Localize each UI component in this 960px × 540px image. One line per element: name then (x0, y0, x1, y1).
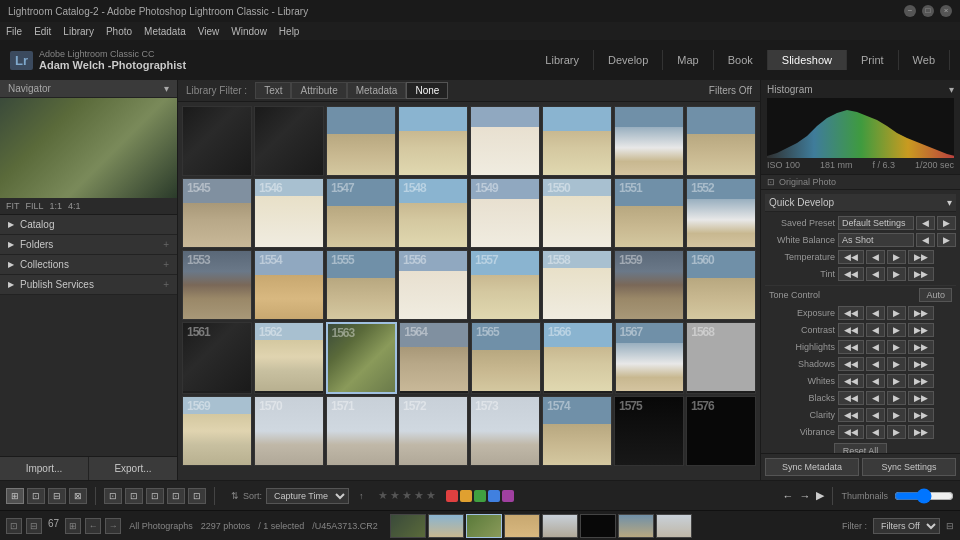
extra-icon-2[interactable]: ⊡ (125, 488, 143, 504)
contrast-dec[interactable]: ◀ (866, 323, 885, 337)
blacks-inc[interactable]: ▶ (887, 391, 906, 405)
catalog-header[interactable]: ▶ Catalog (0, 215, 177, 235)
saved-preset-select[interactable]: Default Settings (838, 216, 914, 230)
shadows-inc-large[interactable]: ▶▶ (908, 357, 934, 371)
film-thumb[interactable] (656, 514, 692, 538)
sort-select[interactable]: Capture Time (266, 488, 349, 504)
temp-dec-large[interactable]: ◀◀ (838, 250, 864, 264)
module-map[interactable]: Map (663, 50, 713, 70)
sync-metadata-button[interactable]: Sync Metadata (765, 458, 859, 476)
grid-view-icon[interactable]: ⊞ (6, 488, 24, 504)
sort-arrow-icon[interactable]: ⇅ (231, 491, 239, 501)
thumb-cell[interactable]: 1551 (614, 178, 684, 248)
vibrance-inc-large[interactable]: ▶▶ (908, 425, 934, 439)
nav-fwd-icon[interactable]: → (105, 518, 121, 534)
grid-status-icon[interactable]: ⊞ (65, 518, 81, 534)
thumb-cell[interactable]: 1565 (471, 322, 541, 394)
thumb-cell[interactable]: 1567 (615, 322, 685, 394)
blacks-inc-large[interactable]: ▶▶ (908, 391, 934, 405)
thumb-cell[interactable]: 1568 (686, 322, 756, 394)
filter-options-icon[interactable]: ⊟ (946, 521, 954, 531)
extra-icon-3[interactable]: ⊡ (146, 488, 164, 504)
close-btn[interactable]: × (940, 5, 952, 17)
extra-icon-4[interactable]: ⊡ (167, 488, 185, 504)
tint-inc[interactable]: ▶ (887, 267, 906, 281)
exposure-dec-large[interactable]: ◀◀ (838, 306, 864, 320)
thumb-cell[interactable]: 1547 (326, 178, 396, 248)
navigator-header[interactable]: Navigator ▾ (0, 80, 177, 98)
thumb-cell[interactable]: 1549 (470, 178, 540, 248)
star-2[interactable]: ★ (390, 489, 400, 502)
thumb-cell[interactable]: 1552 (686, 178, 756, 248)
vibrance-dec-large[interactable]: ◀◀ (838, 425, 864, 439)
whites-dec[interactable]: ◀ (866, 374, 885, 388)
white-balance-select[interactable]: As Shot (838, 233, 914, 247)
clarity-dec-large[interactable]: ◀◀ (838, 408, 864, 422)
exposure-inc[interactable]: ▶ (887, 306, 906, 320)
thumb-cell[interactable]: 1555 (326, 250, 396, 320)
temp-inc-large[interactable]: ▶▶ (908, 250, 934, 264)
tone-auto-button[interactable]: Auto (919, 288, 952, 302)
whites-dec-large[interactable]: ◀◀ (838, 374, 864, 388)
thumb-cell[interactable] (686, 106, 756, 176)
thumb-cell[interactable]: 1546 (254, 178, 324, 248)
activity-icon[interactable]: ⊡ (6, 518, 22, 534)
thumb-cell[interactable] (542, 106, 612, 176)
clarity-inc-large[interactable]: ▶▶ (908, 408, 934, 422)
thumb-cell[interactable]: 1573 (470, 396, 540, 466)
publish-add-icon[interactable]: + (163, 279, 169, 290)
filter-select[interactable]: Filters Off (873, 518, 940, 534)
exposure-dec[interactable]: ◀ (866, 306, 885, 320)
menu-window[interactable]: Window (231, 26, 267, 37)
thumb-cell[interactable] (254, 106, 324, 176)
thumb-cell[interactable]: 1576 (686, 396, 756, 466)
film-thumb[interactable] (428, 514, 464, 538)
nav-right-icon[interactable]: → (799, 490, 810, 502)
film-thumb[interactable] (504, 514, 540, 538)
highlights-inc[interactable]: ▶ (887, 340, 906, 354)
module-develop[interactable]: Develop (594, 50, 663, 70)
film-thumb[interactable] (390, 514, 426, 538)
temp-inc[interactable]: ▶ (887, 250, 906, 264)
film-thumb[interactable] (542, 514, 578, 538)
white-balance-prev[interactable]: ◀ (916, 233, 935, 247)
sync-settings-button[interactable]: Sync Settings (862, 458, 956, 476)
thumb-cell[interactable] (398, 106, 468, 176)
thumb-cell[interactable]: 1556 (398, 250, 468, 320)
compare-view-icon[interactable]: ⊟ (48, 488, 66, 504)
film-thumb[interactable] (580, 514, 616, 538)
survey-view-icon[interactable]: ⊠ (69, 488, 87, 504)
reset-all-button[interactable]: Reset All (834, 443, 888, 453)
filter-tab-metadata[interactable]: Metadata (347, 82, 407, 99)
thumb-cell[interactable]: 1545 (182, 178, 252, 248)
menu-view[interactable]: View (198, 26, 220, 37)
menu-file[interactable]: File (6, 26, 22, 37)
white-balance-next[interactable]: ▶ (937, 233, 956, 247)
filter-tab-attribute[interactable]: Attribute (291, 82, 346, 99)
thumb-cell[interactable]: 1566 (543, 322, 613, 394)
vibrance-inc[interactable]: ▶ (887, 425, 906, 439)
shadows-inc[interactable]: ▶ (887, 357, 906, 371)
module-web[interactable]: Web (899, 50, 950, 70)
module-library[interactable]: Library (531, 50, 594, 70)
temp-dec[interactable]: ◀ (866, 250, 885, 264)
shadows-dec[interactable]: ◀ (866, 357, 885, 371)
maximize-btn[interactable]: □ (922, 5, 934, 17)
thumb-cell[interactable] (182, 106, 252, 176)
nav-4-1[interactable]: 4:1 (68, 201, 81, 211)
purple-label[interactable] (502, 490, 514, 502)
thumb-cell[interactable]: 1562 (254, 322, 324, 394)
contrast-inc[interactable]: ▶ (887, 323, 906, 337)
clarity-inc[interactable]: ▶ (887, 408, 906, 422)
histogram-expand-icon[interactable]: ▾ (949, 84, 954, 95)
thumb-cell[interactable]: 1575 (614, 396, 684, 466)
thumb-cell[interactable]: 1571 (326, 396, 396, 466)
star-5[interactable]: ★ (426, 489, 436, 502)
clarity-dec[interactable]: ◀ (866, 408, 885, 422)
nav-fit[interactable]: FIT (6, 201, 20, 211)
extra-icon-1[interactable]: ⊡ (104, 488, 122, 504)
thumb-cell[interactable]: 1574 (542, 396, 612, 466)
thumbnails-slider[interactable] (894, 488, 954, 504)
star-1[interactable]: ★ (378, 489, 388, 502)
navigator-collapse-icon[interactable]: ▾ (164, 83, 169, 94)
